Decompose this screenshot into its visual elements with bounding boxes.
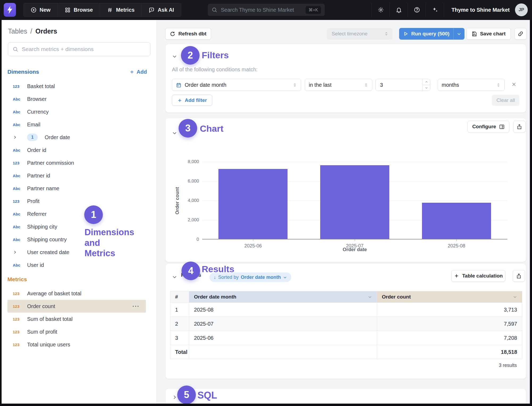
app-logo[interactable] [4, 3, 16, 17]
y-tick-label: 8,000 [172, 159, 199, 164]
table-calculation-button[interactable]: Table calculation [451, 270, 505, 282]
dimensions-header: Dimensions Add [7, 69, 147, 75]
field-label: Order id [27, 147, 46, 153]
filter-unit-select[interactable]: months [438, 79, 505, 91]
chevron-down-icon [513, 295, 517, 299]
run-query-dropdown[interactable] [453, 28, 465, 40]
export-results-button[interactable] [513, 270, 525, 282]
select-updown-icon [384, 31, 389, 36]
field-label: Profit [27, 198, 40, 204]
number-stepper [423, 79, 430, 91]
breadcrumb-tables[interactable]: Tables [8, 27, 27, 35]
refresh-dbt-button[interactable]: Refresh dbt [165, 28, 211, 40]
chevron-down-icon [368, 295, 372, 299]
clear-all-button[interactable]: Clear all [492, 95, 520, 106]
lightning-bolt-icon [6, 6, 13, 14]
column-header-order-count[interactable]: Order count [377, 291, 522, 303]
field-item-email[interactable]: AbcEmail [2, 118, 157, 131]
table-cell: 3 [170, 331, 189, 345]
stepper-up-button[interactable] [423, 79, 430, 85]
field-item-partner-name[interactable]: AbcPartner name [2, 182, 157, 195]
field-item-order-date[interactable]: 1Order date [2, 131, 157, 144]
save-chart-button[interactable]: Save chart [466, 28, 511, 40]
run-query-button[interactable]: Run query (500) [399, 28, 465, 40]
x-tick [355, 239, 355, 241]
bar-2025-06 [218, 169, 288, 239]
annotation-3-label: Chart [200, 123, 223, 134]
browse-button[interactable]: Browse [58, 3, 100, 16]
panel-icon [499, 124, 505, 130]
new-button[interactable]: New [24, 3, 58, 16]
annotation-4-label: Results [202, 264, 234, 274]
collapse-chart-chevron[interactable] [172, 130, 177, 136]
chevron-right-icon[interactable] [13, 135, 23, 139]
copy-link-button[interactable] [514, 28, 527, 40]
field-label: User id [27, 262, 44, 268]
fields-search-input[interactable] [22, 46, 146, 52]
plus-icon [177, 98, 182, 103]
breadcrumb-current: Orders [35, 27, 57, 35]
fields-search[interactable] [8, 42, 150, 56]
filter-field-select[interactable]: Order date month [172, 79, 301, 91]
field-item-currency[interactable]: AbcCurrency [2, 105, 157, 118]
filter-value-input[interactable] [376, 79, 423, 91]
annotation-1-circle: 1 [84, 205, 103, 224]
field-item-partner-commission[interactable]: 123Partner commission [2, 156, 157, 169]
timezone-select[interactable]: Select timezone [327, 28, 392, 40]
chevron-right-icon[interactable] [13, 250, 23, 254]
run-query-main[interactable]: Run query (500) [399, 28, 453, 40]
results-table: #Order date monthOrder count12025-083,71… [170, 291, 522, 359]
field-item-browser[interactable]: AbcBrowser [2, 93, 157, 105]
field-label: Partner name [27, 185, 59, 192]
chevron-up-icon [425, 80, 428, 84]
configure-chart-button[interactable]: Configure [467, 121, 509, 132]
expand-sql-chevron[interactable] [172, 395, 177, 400]
field-label: Email [27, 122, 40, 128]
field-label: Partner commission [27, 160, 74, 166]
field-item-total-unique-users[interactable]: 123Total unique users [2, 338, 157, 351]
add-filter-button[interactable]: Add filter [172, 95, 212, 106]
global-search[interactable]: ⌘+K [208, 4, 325, 16]
ask-ai-button[interactable]: Ask AI [142, 3, 181, 16]
run-query-label: Run query (500) [411, 31, 450, 37]
sql-panel: 5 SQL [165, 388, 526, 404]
field-item-user-id[interactable]: AbcUser id [2, 259, 157, 271]
field-menu-button[interactable]: ··· [132, 303, 146, 310]
collapse-filters-chevron[interactable] [172, 54, 177, 59]
global-search-input[interactable] [221, 7, 302, 13]
remove-filter-button[interactable] [511, 81, 517, 87]
plus-icon [454, 273, 459, 279]
filter-operator-select[interactable]: in the last [305, 79, 372, 91]
help-button[interactable] [408, 3, 426, 17]
field-label: Referrer [27, 211, 47, 217]
field-item-partner-id[interactable]: AbcPartner id [2, 169, 157, 182]
results-count: 3 results [499, 363, 517, 368]
column-header-order-date-month[interactable]: Order date month [189, 291, 377, 303]
ai-sparkles-button[interactable] [426, 3, 444, 17]
annotation-4-circle: 4 [181, 262, 200, 280]
column-header--[interactable]: # [170, 291, 189, 303]
user-avatar[interactable]: JP [515, 3, 528, 16]
table-cell: 2025-08 [189, 303, 377, 317]
collapse-results-chevron[interactable] [172, 274, 177, 280]
filter-condition-text: All of the following conditions match: [172, 67, 257, 73]
field-item-referrer[interactable]: AbcReferrer [2, 208, 157, 220]
field-item-order-count[interactable]: 123Order count··· [7, 300, 146, 313]
settings-button[interactable] [372, 3, 390, 17]
help-circle-icon [414, 7, 420, 13]
add-dimension-button[interactable]: Add [129, 69, 147, 75]
field-item-sum-of-profit[interactable]: 123Sum of profit [2, 325, 157, 338]
org-name[interactable]: Thyme to Shine Market [444, 3, 517, 17]
notifications-button[interactable] [390, 3, 408, 17]
field-item-user-created-date[interactable]: User created date [2, 246, 157, 259]
field-item-average-of-basket-total[interactable]: 123Average of basket total [2, 287, 157, 300]
field-item-profit[interactable]: 123Profit [2, 195, 157, 208]
field-label: Currency [27, 109, 49, 115]
field-item-basket-total[interactable]: 123Basket total [2, 80, 157, 93]
stepper-down-button[interactable] [423, 85, 430, 91]
metrics-button[interactable]: Metrics [100, 3, 142, 16]
field-item-sum-of-basket-total[interactable]: 123Sum of basket total [2, 313, 157, 325]
export-chart-button[interactable] [513, 121, 526, 132]
numeric-type-icon: 123 [13, 84, 23, 89]
field-item-order-id[interactable]: AbcOrder id [2, 144, 157, 156]
